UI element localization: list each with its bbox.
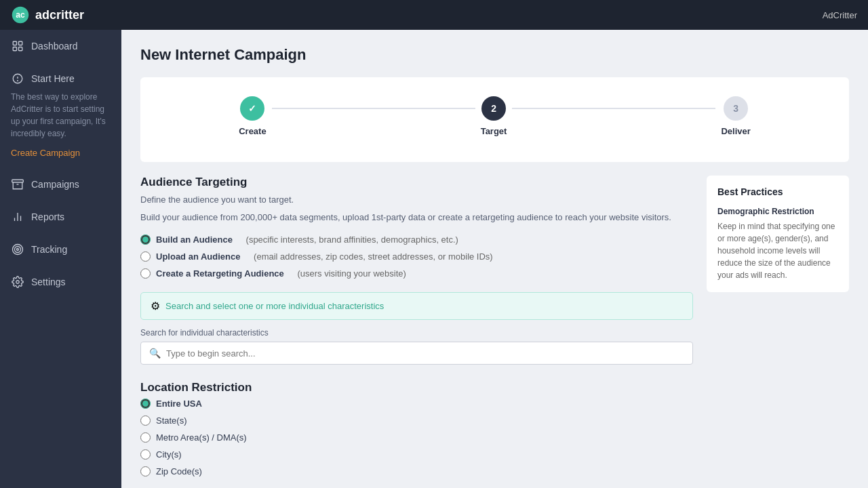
- best-practices-card: Best Practices Demographic Restriction K…: [707, 176, 849, 292]
- audience-radio-build[interactable]: [140, 235, 151, 245]
- target-icon: [11, 243, 24, 256]
- svg-point-14: [13, 245, 23, 255]
- step-label-create: Create: [239, 126, 266, 136]
- audience-desc-1: Define the audience you want to target.: [140, 193, 693, 207]
- sidebar-item-reports[interactable]: Reports: [0, 201, 121, 233]
- audience-option-build-muted: (specific interests, brand affinities, d…: [246, 235, 458, 245]
- user-label: AdCritter: [823, 10, 857, 20]
- app-body: Dashboard Start Here The best way to exp…: [0, 30, 868, 488]
- svg-point-15: [15, 247, 21, 253]
- location-label-city: City(s): [156, 449, 182, 460]
- svg-rect-2: [13, 41, 16, 45]
- stepper: ✓ Create 2 Target 3 Deliver: [167, 96, 822, 136]
- audience-radio-retargeting[interactable]: [140, 268, 151, 279]
- tracking-label: Tracking: [31, 244, 67, 255]
- sidebar-item-dashboard[interactable]: Dashboard: [0, 30, 121, 62]
- search-hint-bar: ⚙ Search and select one or more individu…: [140, 292, 693, 320]
- stepper-card: ✓ Create 2 Target 3 Deliver: [140, 77, 849, 162]
- location-option-zip[interactable]: Zip Code(s): [140, 466, 693, 476]
- bp-subtitle-0: Demographic Restriction: [717, 207, 838, 216]
- location-radio-zip[interactable]: [140, 466, 151, 476]
- svg-rect-9: [12, 180, 24, 182]
- hint-icon: ⚙: [151, 300, 160, 312]
- audience-option-upload-bold: Upload an Audience: [156, 251, 240, 262]
- location-radio-city[interactable]: [140, 449, 151, 460]
- best-practices-aside: Best Practices Demographic Restriction K…: [707, 176, 849, 488]
- step-deliver: 3 Deliver: [721, 96, 750, 136]
- create-campaign-button[interactable]: Create Campaign: [11, 148, 80, 158]
- step-circle-target: 2: [481, 96, 506, 121]
- location-label-state: State(s): [156, 415, 187, 426]
- search-box[interactable]: 🔍: [140, 342, 693, 365]
- sidebar-item-start-here: Start Here The best way to explore AdCri…: [0, 62, 121, 168]
- step-label-target: Target: [481, 126, 507, 136]
- svg-rect-4: [13, 47, 16, 51]
- svg-point-17: [16, 281, 20, 284]
- audience-option-group: Build an Audience (specific interests, b…: [140, 235, 693, 279]
- bar-chart-icon: [11, 210, 24, 224]
- location-restriction-section: Location Restriction Entire USA State(s): [140, 381, 693, 476]
- svg-rect-5: [19, 47, 22, 51]
- search-input[interactable]: [166, 348, 684, 359]
- location-radio-metro[interactable]: [140, 432, 151, 443]
- location-radio-state[interactable]: [140, 415, 151, 426]
- svg-rect-3: [19, 41, 22, 45]
- page-title: New Internet Campaign: [140, 46, 849, 64]
- audience-radio-upload[interactable]: [140, 251, 151, 262]
- step-circle-create: ✓: [240, 96, 264, 121]
- location-option-metro[interactable]: Metro Area(s) / DMA(s): [140, 432, 693, 443]
- step-circle-deliver: 3: [724, 96, 748, 121]
- logo-text: adcritter: [35, 8, 84, 22]
- step-create: ✓ Create: [239, 96, 266, 136]
- audience-option-upload[interactable]: Upload an Audience (email addresses, zip…: [140, 251, 693, 262]
- main-content: New Internet Campaign ✓ Create 2 Target …: [121, 30, 868, 488]
- location-title: Location Restriction: [140, 381, 693, 394]
- location-option-state[interactable]: State(s): [140, 415, 693, 426]
- bp-text-0: Keep in mind that specifying one or more…: [717, 220, 838, 281]
- top-nav: ac adcritter AdCritter: [0, 0, 868, 30]
- logo-icon: ac: [11, 5, 30, 24]
- location-label-usa: Entire USA: [156, 399, 202, 409]
- campaigns-label: Campaigns: [31, 179, 79, 190]
- audience-option-build-bold: Build an Audience: [156, 235, 233, 245]
- audience-option-retargeting-bold: Create a Retargeting Audience: [156, 268, 284, 279]
- location-radio-usa[interactable]: [140, 399, 151, 409]
- best-practices-title: Best Practices: [717, 186, 838, 197]
- step-label-deliver: Deliver: [721, 126, 750, 136]
- content-grid: Audience Targeting Define the audience y…: [140, 176, 849, 488]
- location-option-usa[interactable]: Entire USA: [140, 399, 693, 409]
- box-icon: [11, 178, 24, 191]
- audience-option-upload-muted: (email addresses, zip codes, street addr…: [254, 251, 493, 262]
- dashboard-label: Dashboard: [31, 41, 78, 52]
- start-here-label: Start Here: [31, 73, 75, 84]
- gear-icon: [11, 275, 24, 289]
- star-icon: [11, 72, 24, 85]
- svg-point-16: [17, 249, 19, 251]
- grid-icon: [11, 39, 24, 53]
- audience-desc-2: Build your audience from 200,000+ data s…: [140, 211, 693, 224]
- sidebar-item-campaigns[interactable]: Campaigns: [0, 168, 121, 201]
- audience-option-retargeting-muted: (users visiting your website): [297, 268, 406, 279]
- audience-option-retargeting[interactable]: Create a Retargeting Audience (users vis…: [140, 268, 693, 279]
- step-line-1: [272, 108, 475, 109]
- content-panel: Audience Targeting Define the audience y…: [140, 176, 693, 488]
- step-line-2: [512, 108, 715, 109]
- audience-option-build[interactable]: Build an Audience (specific interests, b…: [140, 235, 693, 245]
- search-icon: 🔍: [149, 348, 161, 359]
- audience-targeting-section: Audience Targeting Define the audience y…: [140, 176, 693, 365]
- reports-label: Reports: [31, 211, 64, 222]
- location-option-group: Entire USA State(s) Metro Area(s) / DMA(…: [140, 399, 693, 476]
- sidebar-item-settings[interactable]: Settings: [0, 266, 121, 298]
- location-label-metro: Metro Area(s) / DMA(s): [156, 432, 247, 443]
- search-label: Search for individual characteristics: [140, 328, 693, 338]
- sidebar: Dashboard Start Here The best way to exp…: [0, 30, 121, 488]
- location-option-city[interactable]: City(s): [140, 449, 693, 460]
- logo: ac adcritter: [11, 5, 84, 24]
- svg-point-8: [18, 81, 18, 81]
- settings-label: Settings: [31, 277, 66, 287]
- start-here-desc: The best way to explore AdCritter is to …: [11, 91, 111, 140]
- step-target: 2 Target: [481, 96, 507, 136]
- audience-targeting-title: Audience Targeting: [140, 176, 693, 189]
- sidebar-item-tracking[interactable]: Tracking: [0, 233, 121, 266]
- location-label-zip: Zip Code(s): [156, 466, 202, 476]
